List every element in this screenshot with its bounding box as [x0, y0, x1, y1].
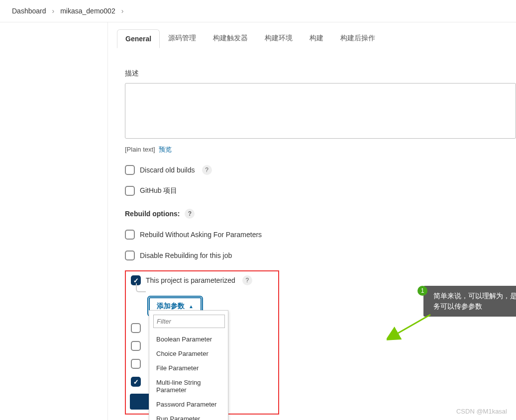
description-label: 描述	[125, 69, 516, 78]
sidebar	[0, 22, 108, 420]
highlighted-section: This project is parameterized ? 添加参数 ▲ B…	[125, 270, 279, 415]
discard-old-builds-label: Discard old builds	[140, 166, 195, 174]
tab-general[interactable]: General	[117, 29, 160, 48]
rebuild-noask-checkbox[interactable]	[125, 230, 135, 240]
watermark: CSDN @M1kasal	[456, 408, 507, 415]
svg-line-1	[396, 315, 430, 335]
help-icon[interactable]: ?	[242, 275, 252, 285]
param-option-multiline[interactable]: Multi-line String Parameter	[149, 375, 228, 397]
caret-up-icon: ▲	[189, 304, 194, 309]
param-option-boolean[interactable]: Boolean Parameter	[149, 332, 228, 346]
param-option-choice[interactable]: Choice Parameter	[149, 346, 228, 361]
help-icon[interactable]: ?	[185, 209, 195, 219]
add-parameter-dropdown: Boolean Parameter Choice Parameter File …	[149, 310, 228, 420]
discard-old-builds-checkbox[interactable]	[125, 165, 135, 175]
breadcrumb-dashboard[interactable]: Dashboard	[12, 7, 46, 15]
help-icon[interactable]: ?	[202, 165, 212, 175]
disable-rebuilding-checkbox[interactable]	[125, 251, 135, 260]
parameterized-label: This project is parameterized	[146, 276, 235, 284]
tree-connector	[136, 283, 146, 292]
annotation-callout: 1 简单来说，可以理解为，是实现jenkins里面的这个步骤，任务可以传参参数	[417, 286, 516, 317]
tab-scm[interactable]: 源码管理	[160, 28, 205, 48]
annotation-text: 简单来说，可以理解为，是实现jenkins里面的这个步骤，任务可以传参参数	[423, 286, 516, 317]
hidden-checkbox[interactable]	[131, 323, 141, 333]
param-option-file[interactable]: File Parameter	[149, 361, 228, 375]
annotation-arrow-icon	[387, 313, 436, 342]
preview-link[interactable]: 预览	[159, 146, 172, 153]
annotation-badge: 1	[417, 286, 427, 296]
chevron-right-icon: ›	[52, 7, 55, 15]
config-tabs: General 源码管理 构建触发器 构建环境 构建 构建后操作	[108, 22, 516, 48]
hidden-checkbox[interactable]	[131, 359, 141, 369]
rebuild-options-heading: Rebuild options: ?	[125, 209, 516, 219]
hidden-checkbox-checked[interactable]	[131, 377, 141, 387]
breadcrumb-job[interactable]: mikasa_demo002	[60, 7, 115, 15]
tab-triggers[interactable]: 构建触发器	[205, 28, 256, 48]
description-textarea[interactable]	[125, 83, 516, 139]
disable-rebuilding-label: Disable Rebuilding for this job	[140, 252, 232, 259]
rebuild-noask-label: Rebuild Without Asking For Parameters	[140, 231, 262, 239]
parameter-filter-input[interactable]	[153, 315, 225, 328]
param-option-run[interactable]: Run Parameter	[149, 412, 228, 420]
github-project-label: GitHub 项目	[140, 186, 177, 195]
plain-text-label: [Plain text]	[125, 146, 155, 153]
tab-build[interactable]: 构建	[301, 28, 332, 48]
param-option-password[interactable]: Password Parameter	[149, 397, 228, 412]
hidden-checkbox[interactable]	[131, 341, 141, 351]
breadcrumb: Dashboard › mikasa_demo002 ›	[0, 0, 516, 22]
github-project-checkbox[interactable]	[125, 186, 135, 196]
parameter-options-list: Boolean Parameter Choice Parameter File …	[149, 332, 228, 420]
tab-env[interactable]: 构建环境	[256, 28, 301, 48]
tab-post[interactable]: 构建后操作	[332, 28, 384, 48]
chevron-right-icon: ›	[121, 7, 124, 15]
